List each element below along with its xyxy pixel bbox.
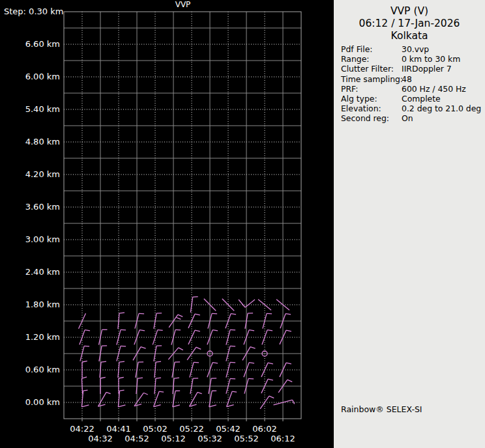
detail-value: Complete [402, 94, 485, 104]
brand-label: Rainbow® SELEX-SI [341, 404, 422, 414]
detail-label: Elevation: [341, 104, 402, 113]
x-axis-label: 04:41 [100, 424, 137, 434]
detail-value: On [402, 113, 485, 123]
wind-barbs [79, 297, 295, 409]
detail-value: 48 [402, 74, 485, 84]
detail-list: Pdf File:30.vvpRange:0 km to 30 kmClutte… [334, 44, 485, 124]
x-axis-label: 06:02 [246, 424, 283, 434]
wind-barb [190, 392, 202, 406]
wind-profile-plot: Step: 0.30 km VVP 6.60 km6.00 km5.40 km4… [0, 0, 334, 448]
wind-barb [98, 392, 111, 406]
detail-row: Alg type:Complete [334, 94, 485, 104]
wind-barb [118, 390, 125, 407]
wind-barb [81, 390, 89, 407]
wind-barb [227, 391, 237, 406]
detail-row: Time sampling:48 [334, 74, 485, 84]
panel-title: VVP (V) [334, 5, 485, 18]
info-panel: VVP (V) 06:12 / 17-Jan-2026 Kolkata Pdf … [334, 0, 485, 448]
plot-canvas [0, 0, 334, 448]
detail-row: Pdf File:30.vvp [334, 44, 485, 54]
detail-row: Elevation:0.2 deg to 21.0 deg [334, 104, 485, 113]
detail-value: IIRDoppler 7 [402, 64, 485, 74]
detail-row: PRF:600 Hz / 450 Hz [334, 84, 485, 94]
wind-barb [81, 377, 87, 394]
detail-row: Second reg:On [334, 113, 485, 123]
detail-label: Time sampling: [341, 74, 402, 84]
panel-site: Kolkata [334, 30, 485, 42]
panel-header: VVP (V) 06:12 / 17-Jan-2026 Kolkata [334, 5, 485, 42]
x-axis-label: 05:52 [228, 434, 265, 443]
detail-label: Alg type: [341, 94, 402, 104]
detail-value: 30.vvp [402, 44, 485, 54]
detail-label: Clutter Filter: [341, 64, 402, 74]
detail-value: 600 Hz / 450 Hz [402, 84, 485, 94]
vvp-window: Step: 0.30 km VVP 6.60 km6.00 km5.40 km4… [0, 0, 485, 448]
detail-value: 0 km to 30 km [402, 54, 485, 64]
x-axis-label: 05:02 [137, 424, 173, 434]
x-axis-label: 05:22 [173, 424, 210, 434]
wind-barb [134, 393, 148, 406]
wind-barb [82, 361, 87, 378]
detail-label: Pdf File: [341, 44, 402, 54]
panel-datetime: 06:12 / 17-Jan-2026 [334, 18, 485, 30]
wind-barb [154, 391, 164, 406]
x-axis-label: 05:32 [192, 434, 228, 443]
detail-value: 0.2 deg to 21.0 deg [402, 104, 485, 113]
x-axis-label: 05:12 [155, 434, 192, 443]
detail-row: Range:0 km to 30 km [334, 54, 485, 64]
x-axis-label: 06:12 [265, 434, 301, 443]
x-axis-label: 04:52 [119, 434, 155, 443]
x-axis-label: 05:42 [210, 424, 246, 434]
wind-barb [100, 377, 106, 394]
detail-label: Range: [341, 54, 402, 64]
x-axis-label: 04:32 [82, 434, 119, 443]
x-axis-label: 04:22 [64, 424, 100, 434]
detail-row: Clutter Filter:IIRDoppler 7 [334, 64, 485, 74]
detail-label: Second reg: [341, 113, 402, 123]
detail-label: PRF: [341, 84, 402, 94]
